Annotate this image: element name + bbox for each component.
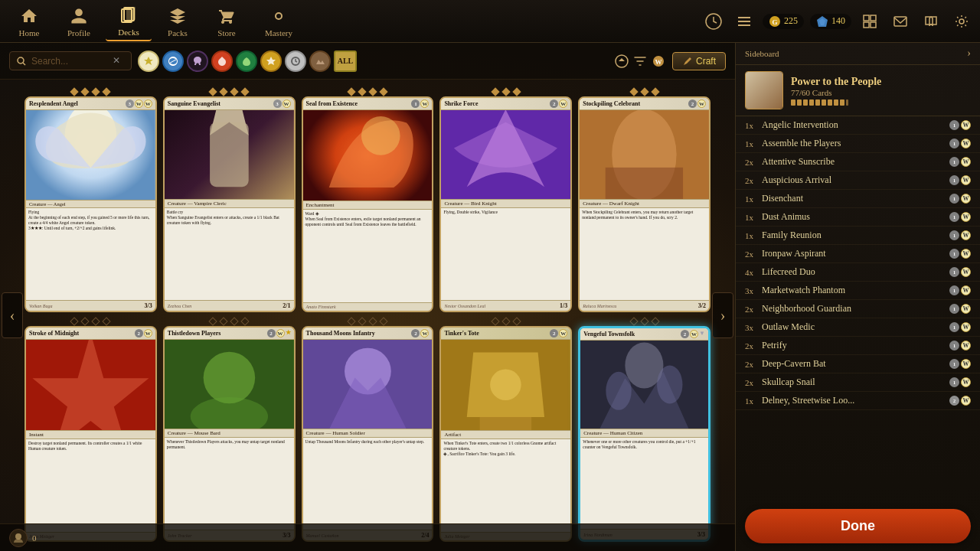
card-list-name: Deep-Cavern Bat <box>762 358 949 370</box>
planeswalker-icon-btn[interactable] <box>701 9 726 34</box>
collection-icon-btn[interactable] <box>732 9 756 34</box>
card-list-item[interactable]: 2xPetrify1W <box>736 337 980 355</box>
window-icon-btn[interactable] <box>858 9 882 34</box>
card-thousand-moons-infantry[interactable]: Thousand Moons Infantry 2 W Crea <box>302 326 434 542</box>
card-list-item[interactable]: 3xOutlaw Medic1W <box>736 318 980 337</box>
nav-packs[interactable]: Packs <box>155 2 201 41</box>
bar-seg <box>809 99 814 106</box>
svg-rect-12 <box>871 22 876 28</box>
search-box[interactable]: ✕ <box>9 51 132 70</box>
sort-icon[interactable] <box>614 54 629 69</box>
card-art <box>580 341 708 429</box>
card-header: Stroke of Midnight 2 W <box>26 328 155 340</box>
mana-w: W <box>559 329 567 337</box>
nav-store[interactable]: Store <box>204 2 250 41</box>
filter-blue[interactable] <box>162 51 184 72</box>
card-list-item[interactable]: 2xSkullcap Snail1W <box>736 373 980 392</box>
player-avatar <box>9 529 28 547</box>
nav-decks-label: Decks <box>118 28 139 37</box>
card-mana-cost: 2 W <box>411 329 429 337</box>
card-tinkers-tote[interactable]: Tinker's Tote 2 W <box>439 326 572 542</box>
nav-decks[interactable]: Decks <box>106 2 152 41</box>
card-list-item[interactable]: 2xDeep-Cavern Bat1W <box>736 355 980 373</box>
mana-symbol: 1 <box>949 212 959 222</box>
svg-point-14 <box>959 19 964 24</box>
mail-icon-btn[interactable] <box>888 9 913 34</box>
card-mana-cost: 3 W W <box>126 99 152 108</box>
filter-white[interactable] <box>138 51 159 72</box>
card-vengeful-townsfolk[interactable]: Vengeful Townsfolk 2 W ▼ <box>578 326 710 542</box>
pip <box>209 317 217 325</box>
nav-right: G 225 140 <box>701 9 974 34</box>
mana-symbol: W <box>961 322 971 332</box>
power-toughness: 1/3 <box>560 302 567 309</box>
filter-land[interactable] <box>309 51 331 72</box>
filter-colorless[interactable] <box>285 51 306 72</box>
card-name: Stockpiling Celebrant <box>583 100 640 107</box>
card-list-item[interactable]: 1xDelney, Streetwise Loo...2W <box>736 392 980 410</box>
card-resplendent-angel[interactable]: Resplendent Angel 3 W W <box>24 96 157 312</box>
svg-text:G: G <box>772 18 777 26</box>
pip <box>640 87 648 96</box>
sideboard-collapse-button[interactable]: › <box>967 47 971 60</box>
pip <box>209 87 217 96</box>
card-list-item[interactable]: 3xMarketwatch Phantom1W <box>736 282 980 300</box>
card-seal-from-existence[interactable]: Seal from Existence 1 W <box>302 96 434 312</box>
filter-all[interactable]: ALL <box>334 51 357 72</box>
mana-symbol: W <box>961 304 971 314</box>
next-page-button[interactable]: › <box>712 292 733 338</box>
card-list-item[interactable]: 2xAttentive Sunscribe1W <box>736 153 980 171</box>
settings-icon-btn[interactable] <box>949 9 974 34</box>
card-list-item[interactable]: 1xDust Animus1W <box>736 208 980 227</box>
card-list-item[interactable]: 1xAssemble the Players1W <box>736 135 980 153</box>
card-type: Creature — Dwarf Knight <box>580 199 709 208</box>
mana-symbol: W <box>961 157 971 167</box>
card-list-item[interactable]: 2xIronpaw Aspirant1W <box>736 245 980 263</box>
card-shrike-force[interactable]: Shrike Force 2 W Creature — Bird <box>439 96 572 312</box>
card-stockpiling-celebrant[interactable]: Stockpiling Celebrant 2 W Creatu <box>578 96 710 312</box>
card-list-item[interactable]: 4xLifecreed Duo1W <box>736 263 980 282</box>
card-list-item[interactable]: 2xAuspicious Arrival1W <box>736 171 980 190</box>
nav-profile[interactable]: Profile <box>55 2 103 41</box>
card-list-item[interactable]: 1xAngelic Intervention1W <box>736 116 980 135</box>
card-list-item[interactable]: 2xNeighborhood Guardian1W <box>736 300 980 318</box>
card-type: Artifact <box>441 430 570 439</box>
pip <box>347 87 355 96</box>
filter-gold[interactable] <box>260 51 282 72</box>
craft-button[interactable]: Craft <box>672 52 726 70</box>
pip-row-7 <box>210 318 248 324</box>
filter-black[interactable] <box>187 51 208 72</box>
card-header: Resplendent Angel 3 W W <box>26 98 155 110</box>
card-mana-cost: 2 W <box>550 99 567 108</box>
done-button[interactable]: Done <box>745 509 971 543</box>
svg-rect-11 <box>864 22 869 28</box>
card-stroke-of-midnight[interactable]: Stroke of Midnight 2 W Instant <box>24 326 157 542</box>
nav-mastery[interactable]: Mastery <box>253 2 305 41</box>
filter-icon[interactable] <box>632 54 648 69</box>
card-list-item[interactable]: 1xDisenchant1W <box>736 190 980 208</box>
card-list-item[interactable]: 1xFamily Reunion1W <box>736 227 980 245</box>
card-count: 2x <box>745 305 762 314</box>
card-list-icons: 2W <box>949 396 971 406</box>
svg-rect-10 <box>871 15 876 21</box>
pip <box>241 87 250 96</box>
card-count: 3x <box>745 323 762 332</box>
card-thistledown-players[interactable]: Thistledown Players 2 W ★ <box>163 326 296 542</box>
card-sanguine-evangelist[interactable]: Sanguine Evangelist 3 W <box>163 96 296 312</box>
player-level: 0 <box>32 533 37 543</box>
filter-red[interactable] <box>211 51 233 72</box>
book-icon-btn[interactable] <box>919 9 943 34</box>
prev-page-button[interactable]: ‹ <box>2 292 23 338</box>
pip-row-9 <box>492 318 520 324</box>
mana-cost-icon[interactable]: W <box>651 54 666 69</box>
deck-thumbnail[interactable] <box>745 71 783 109</box>
search-input[interactable] <box>31 56 108 67</box>
svg-point-3 <box>276 13 282 19</box>
filter-green[interactable] <box>236 51 257 72</box>
nav-store-label: Store <box>217 28 235 37</box>
card-count: 1x <box>745 231 762 240</box>
search-clear-icon[interactable]: ✕ <box>113 55 120 67</box>
rare-icon: ★ <box>286 329 291 337</box>
card-mana-cost: 2 W <box>550 329 567 337</box>
nav-home[interactable]: Home <box>6 2 52 41</box>
